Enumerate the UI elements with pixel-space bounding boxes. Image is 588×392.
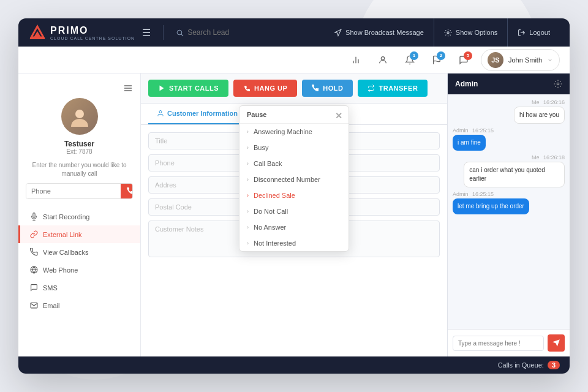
hang-up-label: HANG UP [254,85,287,92]
options-label: Show Options [456,29,497,36]
transfer-icon [368,85,375,92]
msg-meta-2: Admin 16:25:15 [453,127,565,134]
person-icon [157,110,164,117]
svg-marker-17 [160,86,164,91]
svg-rect-2 [30,38,45,39]
play-icon [158,85,165,92]
gear-icon[interactable] [554,80,562,88]
sidebar-item-label: SMS [43,284,58,292]
logout-btn[interactable]: Logout [508,18,560,47]
dropdown-item-answering-machine[interactable]: › Answering Machine [239,124,349,140]
transfer-label: TRANSFER [379,85,418,92]
queue-label: Calls in Queue: [498,361,544,369]
sidebar-item-web-phone[interactable]: Web Phone [18,261,140,279]
dropdown-item-no-answer[interactable]: › No Answer [239,219,349,235]
user-pill[interactable]: JS John Smith [481,49,560,71]
notification-btn1[interactable]: 1 [400,50,420,70]
user-btn[interactable] [373,50,393,70]
top-nav: PRIMO CLOUD CALL CENTRE SOLUTION ☰ Show … [18,18,570,47]
hamburger-icon[interactable]: ☰ [142,27,151,39]
main-content: Testuser Ext: 7878 Enter the number you … [18,74,570,356]
chart-btn[interactable] [346,50,366,70]
logo-title: PRIMO [50,25,135,36]
badge-1: 1 [410,51,418,60]
sidebar-item-sms[interactable]: SMS [18,279,140,296]
badge-3: 5 [464,51,472,60]
svg-point-18 [159,111,162,113]
dropdown-header: Pause ✕ [239,106,349,124]
dropdown-item-busy[interactable]: › Busy [239,140,349,156]
search-input[interactable] [187,28,279,37]
hold-button[interactable]: HOLD [302,80,353,97]
tab-customer-information[interactable]: Customer Information [148,104,246,124]
sidebar-item-label: Email [43,302,60,309]
phone-hold-icon [312,85,319,92]
sidebar-item-start-recording[interactable]: Start Recording [18,208,140,225]
dropdown-close-icon[interactable]: ✕ [335,111,342,121]
svg-point-14 [75,110,84,118]
sidebar-item-label: Web Phone [43,266,78,274]
sidebar-item-view-callbacks[interactable]: View Callbacks [18,243,140,261]
svg-line-4 [181,34,183,36]
notification-btn3[interactable]: 5 [454,50,473,70]
sidebar-item-label: Start Recording [43,213,89,221]
chevron-down-icon [547,57,553,63]
sidebar-header [18,83,140,93]
dropdown-item-do-not-call[interactable]: › Do Not Call [239,203,349,219]
start-calls-label: START CALLS [169,85,219,92]
dropdown-item-disconnected[interactable]: › Disconnected Number [239,172,349,187]
sidebar-item-email[interactable]: Email [18,296,140,314]
phone-input[interactable] [26,184,121,198]
msg-bubble-1: hi how are you [514,107,565,124]
dropdown-item-declined-sale[interactable]: › Declined Sale [239,187,349,203]
chevron-icon: › [247,192,249,198]
user-name: John Smith [508,56,542,64]
options-icon [444,29,452,37]
chevron-icon: › [247,129,249,135]
dropdown-item-label: Answering Machine [254,128,312,135]
broadcast-label: Show Broadcast Message [345,29,424,36]
logo-text: PRIMO CLOUD CALL CENTRE SOLUTION [50,25,135,40]
sidebar-ext: Ext: 7878 [66,148,92,155]
options-btn[interactable]: Show Options [434,18,508,47]
user-icon [378,55,388,65]
chat-input-row [448,329,570,356]
chat-messages: Me 16:26:16 hi how are you Admin 16:25:1… [448,94,570,329]
nav-right: Show Broadcast Message Show Options Logo… [324,18,560,47]
hangup-icon [243,85,251,92]
search-icon [176,29,184,37]
chat-input[interactable] [453,336,544,351]
chevron-icon: › [247,145,249,151]
action-bar: START CALLS HANG UP HOLD TRANSFER [141,74,447,104]
link-icon [30,230,38,238]
status-bar: Calls in Queue: 3 [18,356,570,374]
web-phone-icon [30,266,38,274]
queue-count: 3 [548,361,560,369]
dropdown-item-not-interested[interactable]: › Not Interested [239,235,349,251]
notification-btn2[interactable]: 2 [427,50,447,70]
broadcast-btn[interactable]: Show Broadcast Message [324,18,434,47]
phone-call-button[interactable] [121,184,133,198]
svg-point-5 [447,31,449,33]
hang-up-button[interactable]: HANG UP [233,80,297,97]
dropdown-item-call-back[interactable]: › Call Back [239,156,349,172]
chat-header: Admin [448,74,570,94]
dropdown-item-label: Declined Sale [254,192,295,199]
msg-bubble-2: i am fine [453,135,486,151]
start-calls-button[interactable]: START CALLS [148,80,228,97]
chart-icon [351,55,361,65]
sidebar-item-label: External Link [43,231,82,238]
sidebar-hint: Enter the number you would like to manua… [18,161,140,178]
msg-meta-1: Me 16:26:16 [453,99,565,105]
chevron-icon: › [247,160,249,167]
transfer-button[interactable]: TRANSFER [358,80,428,97]
chat-send-button[interactable] [548,334,565,352]
sidebar-item-external-link[interactable]: External Link [18,225,140,243]
badge-2: 2 [437,51,445,60]
chat-panel: Admin Me 16:26:16 hi how are you Admin 1… [447,74,570,356]
hamburger-sidebar-icon[interactable] [123,83,133,93]
nav-divider [163,25,164,40]
message-2: Admin 16:25:15 i am fine [453,127,565,151]
message-3: Me 16:26:18 can i order what you quoted … [453,154,565,187]
dropdown-overlay: Pause ✕ › Answering Machine › Busy › Cal… [239,105,349,252]
